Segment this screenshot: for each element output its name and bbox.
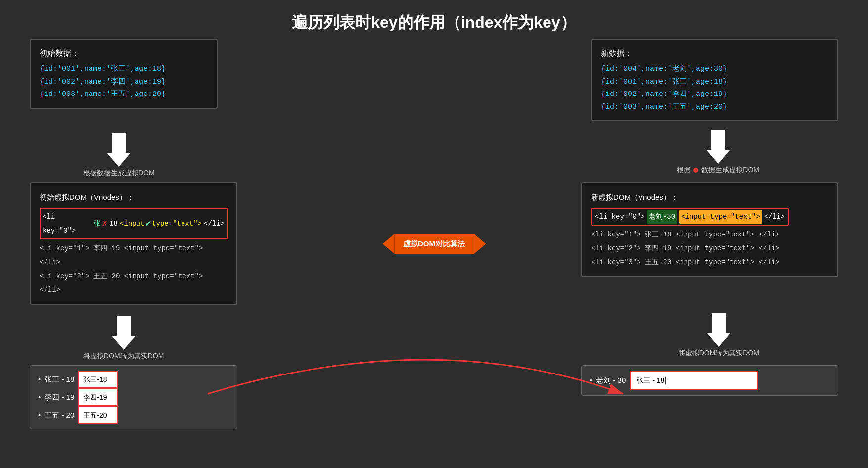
left-real-row3: • 王五 - 20 王五-20 xyxy=(38,406,229,424)
right-data-line3: {id:'002',name:'李四',age:19} xyxy=(601,88,828,101)
left-data-line1: {id:'001',name:'张三',age:18} xyxy=(40,63,208,76)
page-title: 遍历列表时key的作用（index作为key） xyxy=(0,0,868,39)
right-arrow-label2: 将虚拟DOM转为真实DOM xyxy=(679,349,759,358)
middle-arrow-label: 虚拟DOM对比算法 xyxy=(394,234,474,254)
left-data-line3: {id:'003',name:'王五',age:20} xyxy=(40,88,208,101)
rv-row0-input: <input type="text"> xyxy=(679,210,762,224)
right-data-line4: {id:'003',name:'王五',age:20} xyxy=(601,101,828,114)
right-data-box: 新数据： {id:'004',name:'老刘',age:30} {id:'00… xyxy=(591,39,838,121)
left-real-row2: • 李四 - 19 李四-19 xyxy=(38,388,229,406)
bullet1: • xyxy=(38,372,41,387)
row0-name-cross-group: 张 ✗ xyxy=(94,215,107,233)
middle-arrow-container: 虚拟DOM对比算法 xyxy=(382,234,486,254)
cross-icon: ✗ xyxy=(102,215,107,233)
row0-input-group: <input ✔ type="text"> xyxy=(120,215,202,233)
left-data-line2: {id:'002',name:'李四',age:19} xyxy=(40,76,208,89)
arrow-head-r2 xyxy=(707,333,731,347)
bullet3: • xyxy=(38,408,41,422)
right-vdom-row3: <li key="3"> 王五-20 <input type="text"> <… xyxy=(591,255,828,269)
right-data-line2: {id:'001',name:'张三',age:18} xyxy=(601,76,828,89)
left-real-dom-box: • 张三 - 18 张三-18 • 李四 - 19 李四-19 • 王五 - 2… xyxy=(30,365,237,429)
left-vdom-row2: <li key="2"> 王五-20 <input type="text"> <… xyxy=(40,269,228,297)
right-arrow-1: 根据 数据生成虚拟DOM xyxy=(677,130,759,175)
left-arrow-label: 根据数据生成虚拟DOM xyxy=(83,169,155,178)
rv-row0-li-close: </li> xyxy=(764,210,785,224)
bidirectional-arrow: 虚拟DOM对比算法 xyxy=(382,234,486,254)
row0-input-open: <input xyxy=(120,217,144,231)
rv-row0-li-open: <li key="0"> xyxy=(595,210,645,224)
right-vdom-title: 新虚拟DOM（Vnodes）： xyxy=(591,190,828,205)
right-data-title: 新数据： xyxy=(601,47,828,60)
right-vdom-row1: <li key="1"> 张三-18 <input type="text"> <… xyxy=(591,228,828,241)
arrow-shaft-r2 xyxy=(712,313,726,333)
right-input-1[interactable]: 张三 - 18 | xyxy=(630,371,758,390)
rv-row0-lao: 老刘-30 xyxy=(647,210,677,224)
arrow-shaft-r xyxy=(711,130,725,150)
left-data-title: 初始数据： xyxy=(40,47,208,60)
right-arrow-label: 根据 数据生成虚拟DOM xyxy=(677,166,759,175)
left-arrow-2: 将虚拟DOM转为真实DOM xyxy=(83,316,164,361)
label3: 王五 - 20 xyxy=(45,408,74,422)
left-vdom-row0: <li key="0"> 张 ✗ 18 <input ✔ type="text"… xyxy=(40,208,228,239)
right-arrow-2: 将虚拟DOM转为真实DOM xyxy=(679,313,759,358)
r-bullet1: • xyxy=(590,373,592,388)
right-vdom-row2: <li key="2"> 李四-19 <input type="text"> <… xyxy=(591,241,828,255)
right-arr-label-p2: 数据生成虚拟DOM xyxy=(701,166,759,175)
arrow-right-head-icon xyxy=(474,234,486,254)
row0-li-open: <li key="0"> xyxy=(43,210,92,237)
left-arrow-label2: 将虚拟DOM转为真实DOM xyxy=(83,352,164,361)
r-label1: 老刘 - 30 xyxy=(596,373,626,388)
arrow-head-l2 xyxy=(112,336,136,350)
bullet2: • xyxy=(38,390,41,405)
cursor-icon: | xyxy=(664,373,666,388)
check-icon: ✔ xyxy=(145,215,151,233)
right-vdom-row0: <li key="0"> 老刘-30 <input type="text"> <… xyxy=(591,208,828,226)
left-vdom-box: 初始虚拟DOM（Vnodes）： <li key="0"> 张 ✗ 18 <in… xyxy=(30,182,237,305)
left-vdom-row1: <li key="1"> 李四-19 <input type="text"> <… xyxy=(40,241,228,269)
right-data-line1: {id:'004',name:'老刘',age:30} xyxy=(601,63,828,76)
label2: 李四 - 19 xyxy=(45,390,74,405)
row0-age: 18 xyxy=(109,217,118,231)
row0-input-type: type="text"> xyxy=(152,217,202,231)
arrow-left-head-icon xyxy=(382,234,394,254)
arrow-shaft xyxy=(112,133,126,153)
right-real-dom-box: • 老刘 - 30 张三 - 18 | xyxy=(581,365,838,396)
left-vdom-title: 初始虚拟DOM（Vnodes）： xyxy=(40,190,228,205)
right-vdom-box: 新虚拟DOM（Vnodes）： <li key="0"> 老刘-30 <inpu… xyxy=(581,182,838,277)
right-arr-label-p1: 根据 xyxy=(677,166,690,175)
left-vdom-highlight-row: <li key="0"> 张 ✗ 18 <input ✔ type="text"… xyxy=(40,208,228,239)
arrow-shaft-l2 xyxy=(117,316,131,336)
row0-li-close: </li> xyxy=(204,217,225,231)
arrow-head-r xyxy=(706,150,730,164)
left-input-1[interactable]: 张三-18 xyxy=(78,371,118,388)
label1: 张三 - 18 xyxy=(45,372,74,387)
right-vdom-highlight-row: <li key="0"> 老刘-30 <input type="text"> <… xyxy=(591,208,789,226)
left-input-3[interactable]: 王五-20 xyxy=(78,406,118,424)
right-input-text: 张三 - 18 xyxy=(637,374,664,387)
left-real-row1: • 张三 - 18 张三-18 xyxy=(38,371,229,388)
left-arrow-1: 根据数据生成虚拟DOM xyxy=(83,133,155,178)
right-real-row1: • 老刘 - 30 张三 - 18 | xyxy=(590,371,830,390)
row0-zhang-char: 张 xyxy=(94,217,101,231)
red-dot-icon xyxy=(693,168,698,173)
left-input-2[interactable]: 李四-19 xyxy=(78,388,118,406)
left-data-box: 初始数据： {id:'001',name:'张三',age:18} {id:'0… xyxy=(30,39,218,109)
arrow-head xyxy=(107,153,131,167)
